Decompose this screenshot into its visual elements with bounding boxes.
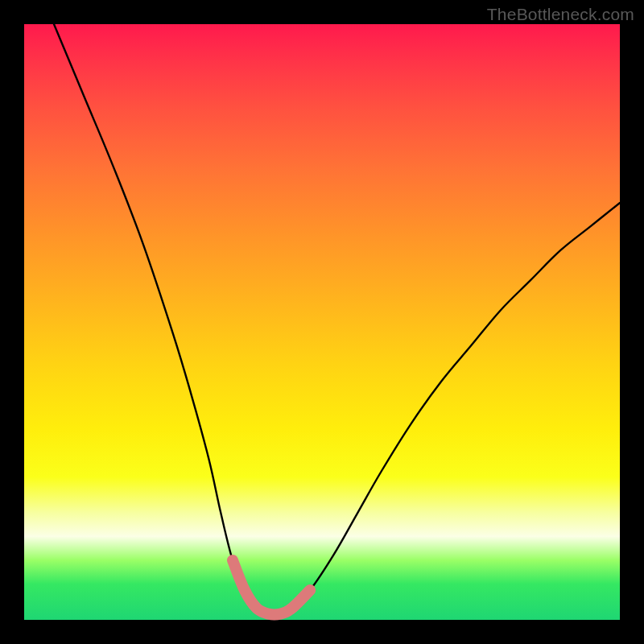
- optimal-range-highlight: [233, 560, 310, 615]
- outer-frame: TheBottleneck.com: [0, 0, 644, 644]
- chart-plot-area: [24, 24, 620, 620]
- bottleneck-curve: [54, 24, 620, 615]
- chart-svg: [24, 24, 620, 620]
- watermark-text: TheBottleneck.com: [487, 5, 634, 24]
